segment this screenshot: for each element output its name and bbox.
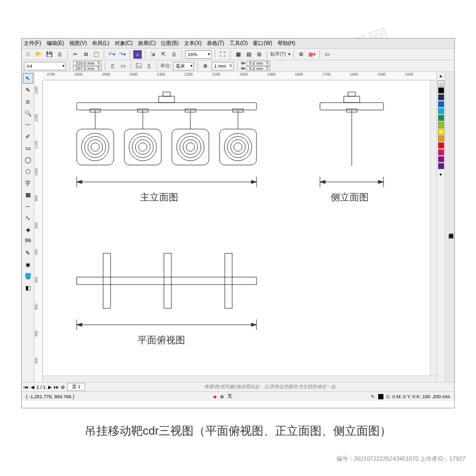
outline-pen-icon[interactable]: ✎ <box>371 394 375 399</box>
svg-marker-32 <box>77 323 82 326</box>
swatch[interactable] <box>438 149 444 155</box>
zoom-combo[interactable]: 16% <box>185 50 212 59</box>
artistic-media-icon[interactable]: ✐ <box>23 131 33 142</box>
dup-y-input[interactable]: 5.0 mm <box>246 66 270 71</box>
menu-file[interactable]: 文件(F) <box>24 40 41 47</box>
nudge-input[interactable]: 1 mm <box>212 62 234 70</box>
open-icon[interactable]: 📂 <box>34 50 43 59</box>
rectangle-tool-icon[interactable]: ▭ <box>23 143 33 153</box>
menu-help[interactable]: 帮助(H) <box>278 40 296 47</box>
eyedropper-tool-icon[interactable]: ✎ <box>23 248 33 258</box>
outline-tool-icon[interactable]: ◉ <box>23 259 33 270</box>
crop-tool-icon[interactable]: ⧈ <box>23 96 33 107</box>
next-page-icon[interactable]: ▶ <box>48 385 52 390</box>
swatch[interactable] <box>438 122 444 128</box>
current-page-icon[interactable]: ▯ <box>145 62 153 70</box>
swatch[interactable] <box>438 101 444 107</box>
rulers-icon[interactable]: ▦ <box>234 50 242 59</box>
swatch[interactable] <box>438 163 444 169</box>
canvas[interactable]: 2700260025002400230022002100200019001800… <box>34 72 436 382</box>
transparency-tool-icon[interactable]: 🏁 <box>23 236 33 246</box>
menu-tools[interactable]: 工具(O) <box>230 40 248 47</box>
svg-rect-0 <box>77 103 257 110</box>
menu-object[interactable]: 对象(C) <box>115 40 133 47</box>
menu-window[interactable]: 窗口(W) <box>253 40 272 47</box>
menu-table[interactable]: 表格(T) <box>207 40 224 47</box>
prev-page-icon[interactable]: ◀ <box>31 385 34 390</box>
fullscreen-icon[interactable]: ⛶ <box>218 50 227 59</box>
outline-indicator-icon[interactable]: ⊗ <box>220 394 224 399</box>
text-tool-icon[interactable]: 字 <box>23 178 33 188</box>
add-page-icon[interactable]: ⊕ <box>61 385 65 390</box>
swatch[interactable] <box>438 156 444 162</box>
ellipse-tool-icon[interactable]: ◯ <box>23 154 33 165</box>
swatch-none[interactable]: ⊘ <box>438 80 444 87</box>
page-tab[interactable]: 页 1 <box>67 383 86 391</box>
options-icon[interactable]: ⚙ <box>297 50 306 59</box>
guides-icon[interactable]: ⊞ <box>255 50 263 59</box>
swatch[interactable] <box>438 142 444 149</box>
units-label: 单位: <box>160 62 171 69</box>
redo-icon[interactable]: ↷▾ <box>118 50 126 59</box>
menu-view[interactable]: 视图(V) <box>69 40 87 47</box>
horizontal-scrollbar[interactable] <box>43 376 436 382</box>
swatch[interactable] <box>438 115 444 121</box>
shape-tool-icon[interactable]: ✎ <box>23 85 33 95</box>
save-icon[interactable]: 💾 <box>45 50 53 59</box>
palette-up-icon[interactable]: ▴ <box>440 73 442 78</box>
swatch[interactable] <box>438 129 444 135</box>
paste-icon[interactable]: 📋 <box>92 50 100 59</box>
menu-edit[interactable]: 编辑(E) <box>47 40 64 47</box>
connector-tool-icon[interactable]: ⤡ <box>23 213 33 223</box>
interactive-fill-icon[interactable]: ◧ <box>23 282 33 293</box>
dimension-tool-icon[interactable]: ↔ <box>23 201 33 212</box>
docker-tab[interactable]: 对象属性 <box>445 72 454 382</box>
launcher-icon[interactable]: ▦▾ <box>308 50 316 59</box>
polygon-tool-icon[interactable]: ⬠ <box>23 166 33 177</box>
page-height-input[interactable]: 297.0 mm <box>73 66 102 71</box>
table-tool-icon[interactable]: ▦ <box>23 189 33 200</box>
front-view-label: 主立面图 <box>140 191 178 204</box>
svg-rect-5 <box>77 129 114 165</box>
print-icon[interactable]: ⎙ <box>56 50 64 59</box>
svg-rect-27 <box>164 253 171 308</box>
palette-down-icon[interactable]: ▾ <box>440 172 442 177</box>
first-page-icon[interactable]: ⏮ <box>24 385 29 390</box>
search-icon[interactable]: ⌕ <box>133 50 142 59</box>
swatch[interactable] <box>438 87 444 94</box>
zoom-tool-icon[interactable]: 🔍 <box>23 108 33 118</box>
svg-point-9 <box>91 143 99 151</box>
swatch[interactable] <box>438 135 444 142</box>
new-icon[interactable]: 🗋 <box>24 50 32 59</box>
swatch[interactable] <box>438 108 444 114</box>
menu-layout[interactable]: 布局(L) <box>92 40 109 47</box>
dup-x-input[interactable]: 5.0 mm <box>246 61 270 66</box>
menu-bitmap[interactable]: 位图(B) <box>161 40 178 47</box>
export-icon[interactable]: ⇱ <box>159 50 168 59</box>
fill-indicator-icon[interactable]: ◆ <box>213 394 217 399</box>
page-width-input[interactable]: 210.0 mm <box>73 61 102 66</box>
portrait-icon[interactable]: ▯ <box>108 62 117 70</box>
blend-tool-icon[interactable]: ◈ <box>23 224 33 235</box>
snap-label[interactable]: 贴齐(T) <box>270 51 286 58</box>
pick-tool-icon[interactable]: ↖ <box>23 73 33 84</box>
app-icon[interactable]: ▭ <box>323 50 332 59</box>
vertical-scrollbar[interactable] <box>430 80 436 376</box>
swatch[interactable] <box>438 94 444 100</box>
undo-icon[interactable]: ↶▾ <box>107 50 116 59</box>
landscape-icon[interactable]: ▭ <box>119 62 127 70</box>
menu-text[interactable]: 文本(X) <box>184 40 202 47</box>
last-page-icon[interactable]: ⏭ <box>54 385 59 390</box>
freehand-tool-icon[interactable]: 〰 <box>23 120 33 130</box>
publish-icon[interactable]: ⎙ <box>170 50 178 59</box>
cut-icon[interactable]: ✂ <box>71 50 79 59</box>
all-pages-icon[interactable]: ⿺ <box>134 62 143 70</box>
grid-icon[interactable]: ▤ <box>244 50 253 59</box>
import-icon[interactable]: ⇲ <box>149 50 157 59</box>
units-combo[interactable]: 毫米 <box>173 62 194 70</box>
outline-color-swatch[interactable] <box>378 394 383 399</box>
menu-effect[interactable]: 效果(C) <box>138 40 156 47</box>
copy-icon[interactable]: ⧉ <box>81 50 90 59</box>
fill-tool-icon[interactable]: 🪣 <box>23 271 33 281</box>
page-size-combo[interactable]: A4 <box>24 62 66 70</box>
